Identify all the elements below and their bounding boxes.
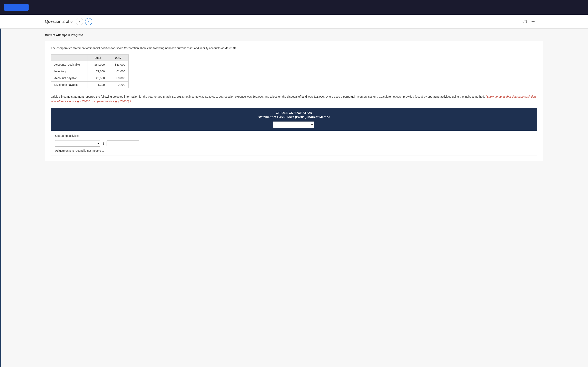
row-value-2018: $64,000 — [88, 61, 108, 68]
financial-table: 2018 2017 Accounts receivable $64,000 $4… — [51, 54, 129, 88]
table-row: Accounts receivable $64,000 $43,000 — [51, 61, 129, 68]
question-box: The comparative statement of financial p… — [45, 41, 543, 161]
table-row: Inventory 72,000 61,000 — [51, 68, 129, 75]
table-row: Dividends payable 1,300 2,200 — [51, 82, 129, 88]
row-label: Inventory — [51, 68, 88, 75]
question-nav-bar: Question 2 of 5 ‹ › - / 3 ☰ ⋮ — [0, 15, 588, 29]
top-bar — [0, 0, 588, 15]
adjustments-label: Adjustments to reconcile net income to — [55, 149, 533, 152]
table-header-2018: 2018 — [88, 55, 108, 61]
attempt-label: Current Attempt in Progress — [45, 33, 543, 37]
row-value-2018: 72,000 — [88, 68, 108, 75]
row-label: Accounts receivable — [51, 61, 88, 68]
row-value-2017: 50,000 — [108, 75, 129, 82]
cf-company-bold: CORPORATION — [289, 111, 312, 114]
operating-input-row-1: Net Income Depreciation Expense $ — [55, 140, 533, 147]
prev-arrow-button[interactable]: ‹ — [76, 18, 83, 25]
question-text: The comparative statement of financial p… — [51, 46, 537, 50]
row-value-2018: 1,300 — [88, 82, 108, 88]
row-value-2018: 29,500 — [88, 75, 108, 82]
income-text: Oriole's income statement reported the f… — [51, 94, 537, 104]
cash-flow-header: ORIOLE CORPORATION Statement of Cash Flo… — [51, 108, 537, 131]
left-accent — [0, 15, 1, 367]
nav-right: - / 3 ☰ ⋮ — [521, 19, 543, 24]
cf-header-dropdown[interactable]: Net cash provided by operating activitie… — [273, 122, 314, 128]
row-value-2017: 61,000 — [108, 68, 129, 75]
more-icon[interactable]: ⋮ — [539, 19, 543, 24]
cf-dropdown-row: Net cash provided by operating activitie… — [55, 122, 533, 131]
table-row: Accounts payable 29,500 50,000 — [51, 75, 129, 82]
app-logo — [4, 4, 29, 11]
list-icon[interactable]: ☰ — [531, 19, 535, 24]
question-label: Question 2 of 5 — [45, 19, 73, 24]
row-label: Dividends payable — [51, 82, 88, 88]
next-arrow-button[interactable]: › — [85, 18, 92, 25]
table-header-name — [51, 55, 88, 61]
row-select-1[interactable]: Net Income Depreciation Expense — [55, 140, 100, 147]
cf-subtitle: Statement of Cash Flows (Partial)-Indire… — [55, 115, 533, 119]
form-section: Operating activities Net Income Deprecia… — [51, 131, 537, 156]
amount-input-1[interactable] — [107, 141, 139, 146]
income-text-main: Oriole's income statement reported the f… — [51, 95, 485, 98]
row-value-2017: 2,200 — [108, 82, 129, 88]
dollar-sign-1: $ — [103, 142, 104, 145]
row-label: Accounts payable — [51, 75, 88, 82]
table-header-2017: 2017 — [108, 55, 129, 61]
row-value-2017: $43,000 — [108, 61, 129, 68]
cf-company: ORIOLE CORPORATION — [55, 111, 533, 114]
main-content: Current Attempt in Progress The comparat… — [0, 29, 588, 367]
score-label: - / 3 — [521, 20, 527, 24]
operating-activities-label: Operating activities — [55, 134, 533, 137]
